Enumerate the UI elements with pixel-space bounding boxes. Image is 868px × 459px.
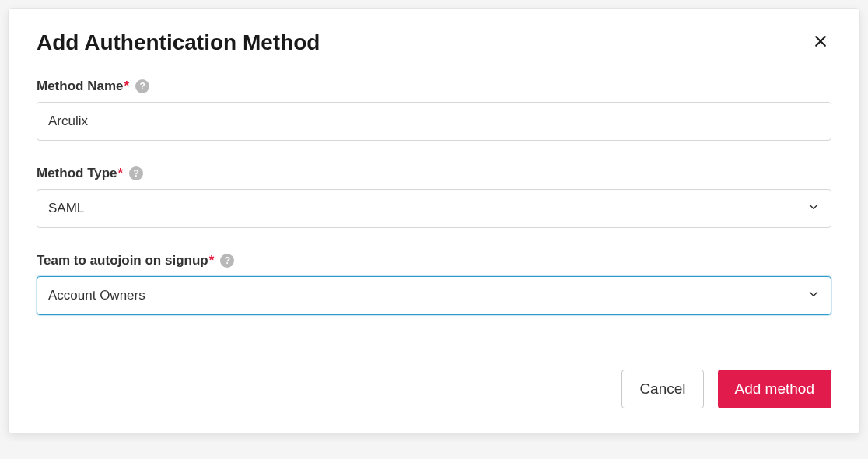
label-text: Method Name: [37, 79, 123, 94]
required-marker: *: [124, 79, 129, 94]
add-method-button[interactable]: Add method: [718, 370, 831, 408]
team-autojoin-group: Team to autojoin on signup* ? Account Ow…: [37, 253, 831, 315]
team-autojoin-select-wrapper: Account Owners: [37, 276, 831, 315]
select-value: Account Owners: [48, 288, 145, 303]
close-icon: [813, 33, 828, 51]
modal-header: Add Authentication Method: [37, 30, 831, 55]
required-marker: *: [118, 166, 124, 181]
method-type-select-wrapper: SAML: [37, 189, 831, 228]
method-name-group: Method Name* ?: [37, 79, 831, 141]
help-icon[interactable]: ?: [220, 254, 234, 268]
modal-footer: Cancel Add method: [37, 370, 831, 408]
label-text: Method Type: [37, 166, 117, 181]
help-icon[interactable]: ?: [129, 166, 143, 180]
modal-title: Add Authentication Method: [37, 30, 320, 55]
method-name-input[interactable]: [37, 102, 831, 141]
close-button[interactable]: [810, 30, 831, 54]
method-name-label: Method Name* ?: [37, 79, 831, 94]
method-type-label: Method Type* ?: [37, 166, 831, 181]
select-value: SAML: [48, 201, 84, 216]
required-marker: *: [209, 253, 215, 268]
team-autojoin-select[interactable]: Account Owners: [37, 276, 831, 315]
cancel-button[interactable]: Cancel: [621, 370, 703, 408]
team-autojoin-label: Team to autojoin on signup* ?: [37, 253, 831, 268]
label-text: Team to autojoin on signup: [37, 253, 208, 268]
method-type-select[interactable]: SAML: [37, 189, 831, 228]
help-icon[interactable]: ?: [135, 79, 149, 93]
add-auth-method-modal: Add Authentication Method Method Name* ?…: [8, 8, 860, 434]
method-type-group: Method Type* ? SAML: [37, 166, 831, 228]
